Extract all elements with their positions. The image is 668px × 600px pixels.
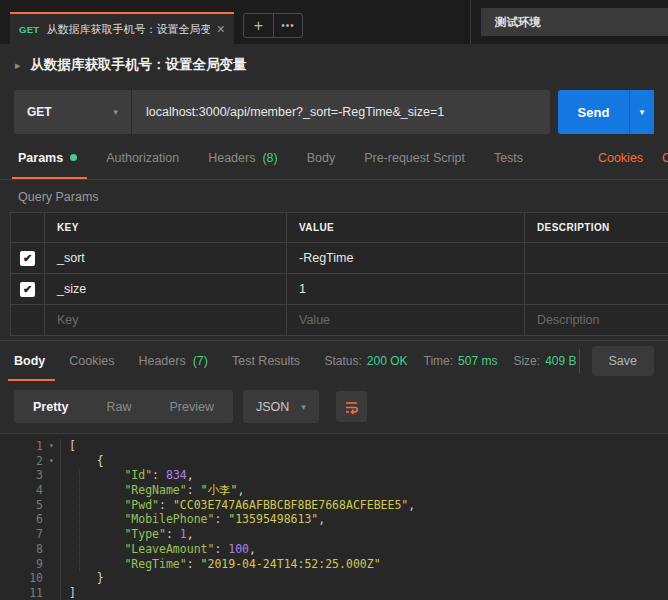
- code-text: "Pwd": "CC03E747A6AFBBCBF8BE7668ACFEBEE5…: [61, 498, 415, 513]
- code-line: 3 "Id": 834,: [0, 468, 668, 483]
- param-description-cell[interactable]: [525, 243, 668, 273]
- app-tab-bar: GET 从数据库获取手机号：设置全局变 × + ••• 测试环境: [0, 0, 668, 44]
- tab-label: Test Results: [232, 354, 300, 368]
- tab-pre-request-script[interactable]: Pre-request Script: [364, 136, 465, 180]
- method-select[interactable]: GET ▾: [14, 90, 132, 134]
- environment-selector[interactable]: 测试环境: [481, 8, 668, 36]
- row-checkbox[interactable]: ✔: [20, 251, 35, 266]
- token: ,: [408, 498, 415, 512]
- token: :: [166, 527, 180, 541]
- response-body-viewer[interactable]: 1▾[2▾ {3 "Id": 834,4 "RegName": "小李",5 "…: [0, 433, 668, 600]
- code-text: "Id": 834,: [61, 468, 194, 483]
- param-description-cell[interactable]: [525, 274, 668, 304]
- line-gutter: 3: [0, 468, 61, 483]
- status-label: Status:: [324, 354, 361, 368]
- row-select-cell: [11, 305, 45, 335]
- fold-spacer: [43, 483, 60, 498]
- param-key-cell[interactable]: _size: [45, 274, 287, 304]
- param-key-cell[interactable]: Key: [45, 305, 287, 335]
- line-number: 9: [5, 557, 43, 572]
- tab-options-button[interactable]: •••: [273, 14, 302, 37]
- token: "Type": [124, 527, 166, 541]
- tab-params[interactable]: Params: [18, 136, 77, 180]
- code-link[interactable]: Code: [662, 151, 668, 165]
- select-all-cell: [11, 213, 45, 242]
- request-tab-active[interactable]: GET 从数据库获取手机号：设置全局变 ×: [10, 12, 234, 44]
- code-line: 6 "MobilePhone": "13595498613",: [0, 512, 668, 527]
- tab-label: Headers: [138, 354, 185, 368]
- token: ,: [249, 542, 256, 556]
- token: [69, 498, 124, 512]
- size-label: Size:: [513, 354, 540, 368]
- send-options-button[interactable]: ▾: [629, 90, 654, 134]
- send-button[interactable]: Send: [558, 90, 629, 134]
- tab-tests[interactable]: Tests: [494, 136, 523, 180]
- line-gutter: 8: [0, 542, 61, 557]
- token: [69, 512, 124, 526]
- response-tabs-list: BodyCookiesHeaders(7)Test Results: [14, 341, 324, 382]
- fold-spacer: [43, 586, 60, 600]
- fold-toggle-icon[interactable]: ▾: [43, 439, 60, 454]
- param-key-cell[interactable]: _sort: [45, 243, 287, 273]
- line-number: 6: [5, 512, 43, 527]
- tab-body[interactable]: Body: [307, 136, 336, 180]
- param-description-cell[interactable]: Description: [525, 305, 668, 335]
- fold-spacer: [43, 468, 60, 483]
- cookies-link[interactable]: Cookies: [598, 151, 643, 165]
- fold-toggle-icon[interactable]: ▾: [43, 454, 60, 469]
- param-value-cell[interactable]: 1: [287, 274, 525, 304]
- token: "CC03E747A6AFBBCBF8BE7668ACFEBEE5": [173, 498, 408, 512]
- tab-test-results[interactable]: Test Results: [232, 341, 300, 382]
- line-gutter: 9: [0, 557, 61, 572]
- chevron-down-icon: ▾: [640, 107, 645, 117]
- fold-spacer: [43, 498, 60, 513]
- view-tab-preview[interactable]: Preview: [150, 390, 232, 423]
- token: ]: [69, 586, 76, 600]
- view-tab-raw[interactable]: Raw: [87, 390, 150, 423]
- divider: [579, 349, 580, 373]
- url-input[interactable]: localhost:3000/api/member?_sort=-RegTime…: [132, 90, 550, 134]
- tab-actions: + •••: [243, 13, 303, 38]
- fold-spacer: [43, 527, 60, 542]
- tab-headers[interactable]: Headers(8): [208, 136, 278, 180]
- close-tab-icon[interactable]: ×: [217, 22, 225, 36]
- tab-headers[interactable]: Headers(7): [138, 341, 208, 382]
- token: "RegTime": [124, 557, 186, 571]
- fold-spacer: [43, 557, 60, 572]
- new-tab-button[interactable]: +: [244, 14, 273, 37]
- token: [69, 557, 124, 571]
- param-value-cell[interactable]: Value: [287, 305, 525, 335]
- param-value-cell[interactable]: -RegTime: [287, 243, 525, 273]
- code-text: "LeaveAmount": 100,: [61, 542, 256, 557]
- tab-cookies[interactable]: Cookies: [69, 341, 114, 382]
- request-tabs: ParamsAuthorizationHeaders(8)BodyPre-req…: [0, 136, 668, 180]
- line-number: 7: [5, 527, 43, 542]
- tab-authorization[interactable]: Authorization: [106, 136, 179, 180]
- wrap-text-button[interactable]: [336, 391, 367, 422]
- token: {: [69, 454, 104, 468]
- row-checkbox[interactable]: ✔: [20, 282, 35, 297]
- tab-body[interactable]: Body: [14, 341, 45, 382]
- token: [69, 527, 124, 541]
- table-row: ✔_sort-RegTime: [11, 243, 668, 274]
- code-text: ]: [61, 586, 76, 600]
- line-number: 4: [5, 483, 43, 498]
- token: [: [69, 439, 76, 453]
- token: "Id": [124, 468, 152, 482]
- response-code: 1▾[2▾ {3 "Id": 834,4 "RegName": "小李",5 "…: [0, 439, 668, 600]
- size-value: 409 B: [545, 354, 576, 368]
- save-response-button[interactable]: Save: [592, 346, 655, 376]
- view-tab-pretty[interactable]: Pretty: [14, 390, 87, 423]
- line-gutter: 1▾: [0, 439, 61, 454]
- format-select[interactable]: JSON ▾: [243, 390, 319, 423]
- line-gutter: 5: [0, 498, 61, 513]
- line-gutter: 2▾: [0, 454, 61, 469]
- token: [69, 468, 124, 482]
- collapse-arrow-icon[interactable]: ▸: [15, 59, 21, 72]
- wrap-text-icon: [343, 398, 360, 415]
- row-select-cell: ✔: [11, 243, 45, 273]
- token: :: [152, 468, 166, 482]
- tab-label: Cookies: [69, 354, 114, 368]
- code-line: 2▾ {: [0, 454, 668, 469]
- table-row: ✔_size1: [11, 274, 668, 305]
